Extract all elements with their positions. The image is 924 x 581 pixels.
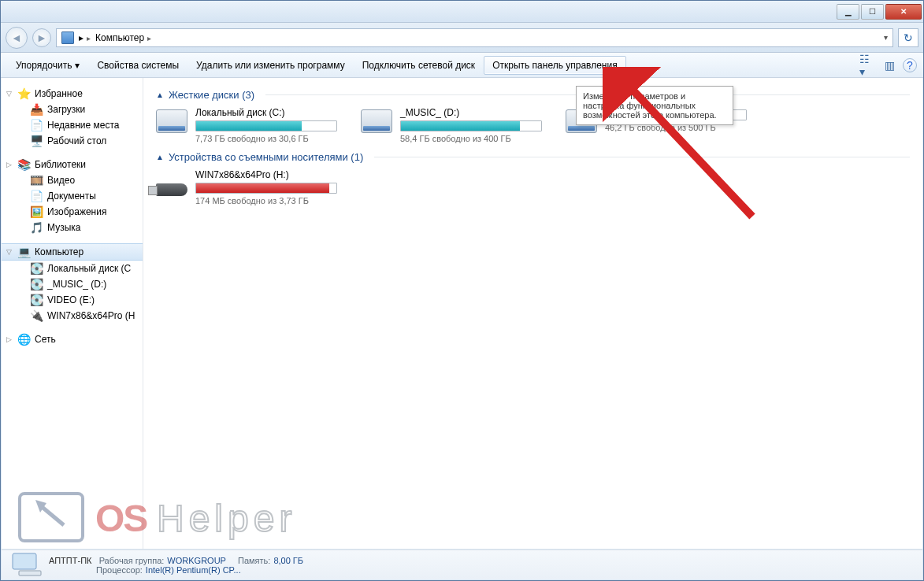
close-button[interactable]: ✕	[885, 4, 922, 20]
desktop-icon: 🖥️	[30, 135, 43, 147]
pictures-icon: 🖼️	[30, 205, 43, 218]
nav-computer-header[interactable]: 💻Компьютер	[2, 243, 143, 261]
hard-drives-row: Локальный диск (C:) 7,73 ГБ свободно из …	[156, 107, 910, 143]
computer-large-icon	[11, 552, 43, 577]
minimize-button[interactable]: ▁	[837, 4, 859, 20]
hdd-drive-icon	[361, 107, 392, 135]
downloads-icon: 📥	[30, 103, 43, 116]
nav-drive-h-label: WIN7x86&x64Pro (H	[47, 310, 135, 321]
details-pane: АПТПТ-ПК Рабочая группа:WORKGROUP Память…	[2, 550, 922, 579]
nav-desktop[interactable]: 🖥️Рабочий стол	[2, 133, 143, 149]
drive-icon: 💽	[30, 294, 43, 306]
details-workgroup: WORKGROUP	[167, 556, 225, 565]
nav-drive-e[interactable]: 💽VIDEO (E:)	[2, 292, 143, 308]
usb-drive-icon	[156, 169, 187, 198]
nav-pictures[interactable]: 🖼️Изображения	[2, 204, 143, 220]
command-bar: Упорядочить ▾ Свойства системы Удалить и…	[1, 53, 923, 78]
chevron-down-icon: ▾	[75, 60, 80, 71]
back-button[interactable]: ◄	[6, 27, 28, 49]
forward-button[interactable]: ►	[32, 28, 51, 47]
nav-favorites-label: Избранное	[35, 88, 83, 99]
organize-label: Упорядочить	[16, 60, 72, 71]
details-memory-label: Память:	[238, 556, 270, 565]
explorer-window: ▁ ☐ ✕ ◄ ► ▸ Компьютер ▾ ↻ Упорядочить ▾ …	[0, 0, 924, 581]
details-computer-name: АПТПТ-ПК	[49, 556, 91, 565]
explorer-body: ⭐Избранное 📥Загрузки 📄Недавние места 🖥️Р…	[2, 78, 922, 549]
drive-info: Локальный диск (C:) 7,73 ГБ свободно из …	[195, 107, 337, 143]
content-area: ▲Жесткие диски (3) Локальный диск (C:) 7…	[143, 78, 922, 549]
usb-icon: 🔌	[30, 309, 43, 322]
navigation-row: ◄ ► ▸ Компьютер ▾ ↻	[1, 23, 923, 53]
drive-usage-bar	[400, 120, 542, 131]
nav-drive-c-label: Локальный диск (C	[47, 263, 131, 274]
group-hdd-label: Жесткие диски (3)	[169, 89, 254, 101]
drive-info: _MUSIC_ (D:) 58,4 ГБ свободно из 400 ГБ	[400, 107, 542, 143]
nav-recent[interactable]: 📄Недавние места	[2, 117, 143, 133]
nav-video-label: Видео	[47, 175, 75, 186]
hard-drive-item[interactable]: Локальный диск (C:) 7,73 ГБ свободно из …	[156, 107, 337, 143]
nav-favorites-header[interactable]: ⭐Избранное	[2, 86, 143, 102]
collapse-icon: ▲	[156, 91, 164, 99]
svg-rect-2	[13, 553, 36, 569]
drive-free-space: 58,4 ГБ свободно из 400 ГБ	[400, 134, 542, 143]
drive-icon: 💽	[30, 278, 43, 290]
view-options-button[interactable]: ☷ ▾	[859, 57, 876, 74]
drive-name: Локальный диск (C:)	[195, 107, 337, 118]
nav-recent-label: Недавние места	[47, 120, 119, 131]
help-button[interactable]: ?	[903, 58, 917, 72]
details-workgroup-label: Рабочая группа:	[99, 556, 165, 565]
libraries-icon: 📚	[17, 158, 30, 171]
details-cpu-label: Процессор:	[96, 565, 143, 575]
details-memory: 8,00 ГБ	[273, 556, 303, 565]
video-icon: 🎞️	[30, 174, 43, 187]
network-icon: 🌐	[17, 333, 30, 346]
map-network-drive-button[interactable]: Подключить сетевой диск	[354, 56, 484, 75]
nav-music[interactable]: 🎵Музыка	[2, 220, 143, 235]
star-icon: ⭐	[17, 87, 30, 100]
open-control-panel-button[interactable]: Открыть панель управления	[484, 56, 626, 75]
group-removable[interactable]: ▲Устройства со съемными носителями (1)	[156, 151, 910, 163]
breadcrumb-computer[interactable]: Компьютер	[95, 32, 151, 43]
nav-drive-e-label: VIDEO (E:)	[47, 294, 95, 305]
nav-network-header[interactable]: 🌐Сеть	[2, 331, 143, 347]
nav-drive-c[interactable]: 💽Локальный диск (C	[2, 261, 143, 276]
nav-drive-d-label: _MUSIC_ (D:)	[47, 279, 106, 290]
drive-info: WIN7x86&x64Pro (H:) 174 МБ свободно из 3…	[195, 169, 337, 205]
drive-name: _MUSIC_ (D:)	[400, 107, 542, 118]
documents-icon: 📄	[30, 190, 43, 202]
address-bar[interactable]: ▸ Компьютер ▾	[56, 28, 893, 47]
nav-downloads-label: Загрузки	[47, 104, 85, 115]
nav-network-label: Сеть	[35, 334, 56, 345]
nav-downloads[interactable]: 📥Загрузки	[2, 102, 143, 117]
nav-music-label: Музыка	[47, 222, 80, 233]
maximize-button[interactable]: ☐	[861, 4, 884, 20]
computer-icon: 💻	[17, 246, 30, 258]
preview-pane-button[interactable]: ▥	[881, 57, 898, 74]
drive-name: WIN7x86&x64Pro (H:)	[195, 169, 337, 180]
organize-button[interactable]: Упорядочить ▾	[7, 56, 88, 75]
hard-drive-item[interactable]: _MUSIC_ (D:) 58,4 ГБ свободно из 400 ГБ	[361, 107, 542, 143]
address-dropdown-icon[interactable]: ▾	[884, 33, 888, 42]
nav-computer-label: Компьютер	[35, 246, 83, 257]
refresh-button[interactable]: ↻	[898, 28, 918, 47]
nav-libraries-header[interactable]: 📚Библиотеки	[2, 157, 143, 172]
system-properties-button[interactable]: Свойства системы	[88, 56, 187, 75]
nav-libraries-label: Библиотеки	[35, 159, 86, 170]
group-hard-drives[interactable]: ▲Жесткие диски (3)	[156, 89, 910, 101]
details-name-block: АПТПТ-ПК Рабочая группа:WORKGROUP Память…	[49, 556, 303, 575]
drive-usage-bar	[195, 183, 337, 194]
nav-drive-h[interactable]: 🔌WIN7x86&x64Pro (H	[2, 308, 143, 324]
divider	[374, 157, 910, 157]
nav-drive-d[interactable]: 💽_MUSIC_ (D:)	[2, 276, 143, 292]
navigation-pane: ⭐Избранное 📥Загрузки 📄Недавние места 🖥️Р…	[2, 78, 143, 549]
nav-documents[interactable]: 📄Документы	[2, 188, 143, 204]
breadcrumb-root[interactable]: ▸	[79, 32, 91, 43]
removable-drive-item[interactable]: WIN7x86&x64Pro (H:) 174 МБ свободно из 3…	[156, 169, 337, 205]
recent-icon: 📄	[30, 119, 43, 131]
nav-video[interactable]: 🎞️Видео	[2, 172, 143, 188]
collapse-icon: ▲	[156, 153, 164, 161]
drive-free-space: 7,73 ГБ свободно из 30,6 ГБ	[195, 134, 337, 143]
titlebar: ▁ ☐ ✕	[1, 1, 923, 23]
uninstall-program-button[interactable]: Удалить или изменить программу	[187, 56, 354, 75]
removable-row: WIN7x86&x64Pro (H:) 174 МБ свободно из 3…	[156, 169, 910, 205]
